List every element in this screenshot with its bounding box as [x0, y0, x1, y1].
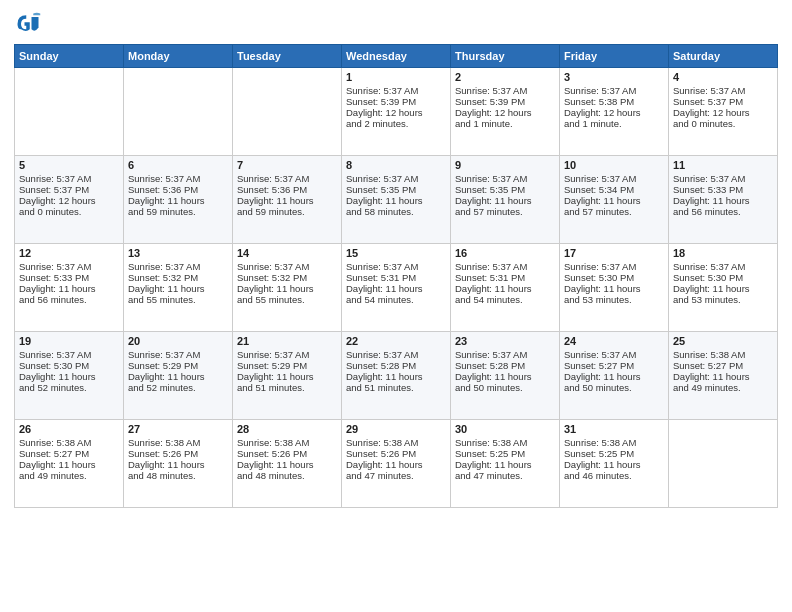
- day-info: Sunrise: 5:38 AM: [564, 437, 664, 448]
- day-info: and 52 minutes.: [128, 382, 228, 393]
- day-info: and 53 minutes.: [564, 294, 664, 305]
- day-number: 23: [455, 335, 555, 347]
- day-number: 21: [237, 335, 337, 347]
- day-number: 5: [19, 159, 119, 171]
- calendar-cell: [233, 68, 342, 156]
- day-number: 2: [455, 71, 555, 83]
- calendar-cell: 1Sunrise: 5:37 AMSunset: 5:39 PMDaylight…: [342, 68, 451, 156]
- day-info: Sunrise: 5:37 AM: [128, 173, 228, 184]
- day-info: Sunset: 5:36 PM: [237, 184, 337, 195]
- calendar-week-row: 26Sunrise: 5:38 AMSunset: 5:27 PMDayligh…: [15, 420, 778, 508]
- day-info: Sunset: 5:26 PM: [237, 448, 337, 459]
- day-info: Sunset: 5:25 PM: [564, 448, 664, 459]
- day-info: Sunrise: 5:37 AM: [128, 349, 228, 360]
- day-info: Sunrise: 5:37 AM: [237, 261, 337, 272]
- weekday-header-saturday: Saturday: [669, 45, 778, 68]
- weekday-header-tuesday: Tuesday: [233, 45, 342, 68]
- day-info: Daylight: 12 hours: [19, 195, 119, 206]
- day-info: Sunset: 5:36 PM: [128, 184, 228, 195]
- day-number: 17: [564, 247, 664, 259]
- day-info: Daylight: 11 hours: [19, 283, 119, 294]
- day-info: and 54 minutes.: [455, 294, 555, 305]
- day-info: and 2 minutes.: [346, 118, 446, 129]
- day-info: Sunset: 5:30 PM: [19, 360, 119, 371]
- header: [14, 10, 778, 38]
- calendar-week-row: 19Sunrise: 5:37 AMSunset: 5:30 PMDayligh…: [15, 332, 778, 420]
- day-info: Sunset: 5:39 PM: [346, 96, 446, 107]
- calendar-cell: 23Sunrise: 5:37 AMSunset: 5:28 PMDayligh…: [451, 332, 560, 420]
- day-info: Sunrise: 5:37 AM: [564, 349, 664, 360]
- calendar-cell: 4Sunrise: 5:37 AMSunset: 5:37 PMDaylight…: [669, 68, 778, 156]
- day-info: Daylight: 11 hours: [237, 459, 337, 470]
- day-number: 30: [455, 423, 555, 435]
- day-info: and 48 minutes.: [237, 470, 337, 481]
- day-info: Sunrise: 5:37 AM: [564, 173, 664, 184]
- day-info: Daylight: 11 hours: [237, 371, 337, 382]
- day-number: 12: [19, 247, 119, 259]
- day-info: Daylight: 11 hours: [237, 195, 337, 206]
- calendar-cell: 13Sunrise: 5:37 AMSunset: 5:32 PMDayligh…: [124, 244, 233, 332]
- day-info: Sunrise: 5:38 AM: [19, 437, 119, 448]
- calendar-week-row: 1Sunrise: 5:37 AMSunset: 5:39 PMDaylight…: [15, 68, 778, 156]
- day-info: Daylight: 11 hours: [673, 195, 773, 206]
- day-info: and 47 minutes.: [346, 470, 446, 481]
- day-info: and 47 minutes.: [455, 470, 555, 481]
- day-info: Sunset: 5:37 PM: [19, 184, 119, 195]
- day-number: 9: [455, 159, 555, 171]
- calendar-cell: [669, 420, 778, 508]
- day-info: and 50 minutes.: [455, 382, 555, 393]
- day-info: Sunrise: 5:37 AM: [673, 261, 773, 272]
- day-number: 28: [237, 423, 337, 435]
- day-info: Sunset: 5:31 PM: [455, 272, 555, 283]
- calendar-cell: 8Sunrise: 5:37 AMSunset: 5:35 PMDaylight…: [342, 156, 451, 244]
- day-info: Daylight: 11 hours: [455, 283, 555, 294]
- day-info: and 59 minutes.: [237, 206, 337, 217]
- day-number: 13: [128, 247, 228, 259]
- day-info: Daylight: 11 hours: [455, 195, 555, 206]
- day-number: 20: [128, 335, 228, 347]
- day-number: 27: [128, 423, 228, 435]
- day-info: Sunset: 5:30 PM: [564, 272, 664, 283]
- calendar-cell: 28Sunrise: 5:38 AMSunset: 5:26 PMDayligh…: [233, 420, 342, 508]
- day-info: and 1 minute.: [564, 118, 664, 129]
- day-info: Daylight: 11 hours: [346, 371, 446, 382]
- day-info: Sunset: 5:32 PM: [128, 272, 228, 283]
- day-info: Sunset: 5:31 PM: [346, 272, 446, 283]
- day-info: Sunrise: 5:37 AM: [237, 173, 337, 184]
- calendar-cell: 17Sunrise: 5:37 AMSunset: 5:30 PMDayligh…: [560, 244, 669, 332]
- day-info: Daylight: 11 hours: [19, 371, 119, 382]
- day-number: 14: [237, 247, 337, 259]
- day-info: Daylight: 11 hours: [455, 371, 555, 382]
- weekday-header-monday: Monday: [124, 45, 233, 68]
- calendar-cell: 16Sunrise: 5:37 AMSunset: 5:31 PMDayligh…: [451, 244, 560, 332]
- calendar-cell: 18Sunrise: 5:37 AMSunset: 5:30 PMDayligh…: [669, 244, 778, 332]
- day-info: Daylight: 12 hours: [346, 107, 446, 118]
- day-number: 29: [346, 423, 446, 435]
- day-info: Sunrise: 5:38 AM: [673, 349, 773, 360]
- calendar-cell: 2Sunrise: 5:37 AMSunset: 5:39 PMDaylight…: [451, 68, 560, 156]
- day-number: 19: [19, 335, 119, 347]
- day-info: Daylight: 12 hours: [673, 107, 773, 118]
- day-info: Sunset: 5:25 PM: [455, 448, 555, 459]
- day-info: Sunset: 5:33 PM: [673, 184, 773, 195]
- day-info: Daylight: 11 hours: [564, 195, 664, 206]
- day-info: and 57 minutes.: [455, 206, 555, 217]
- day-info: Sunset: 5:28 PM: [455, 360, 555, 371]
- day-info: Daylight: 11 hours: [564, 283, 664, 294]
- day-info: and 53 minutes.: [673, 294, 773, 305]
- day-info: Sunset: 5:27 PM: [673, 360, 773, 371]
- day-info: Daylight: 11 hours: [237, 283, 337, 294]
- day-number: 7: [237, 159, 337, 171]
- day-info: Sunset: 5:29 PM: [128, 360, 228, 371]
- day-number: 4: [673, 71, 773, 83]
- calendar-cell: 10Sunrise: 5:37 AMSunset: 5:34 PMDayligh…: [560, 156, 669, 244]
- day-info: Sunset: 5:35 PM: [455, 184, 555, 195]
- calendar-cell: 27Sunrise: 5:38 AMSunset: 5:26 PMDayligh…: [124, 420, 233, 508]
- calendar-cell: 19Sunrise: 5:37 AMSunset: 5:30 PMDayligh…: [15, 332, 124, 420]
- calendar-cell: 26Sunrise: 5:38 AMSunset: 5:27 PMDayligh…: [15, 420, 124, 508]
- calendar-container: SundayMondayTuesdayWednesdayThursdayFrid…: [0, 0, 792, 612]
- day-info: Sunrise: 5:37 AM: [455, 85, 555, 96]
- calendar-week-row: 12Sunrise: 5:37 AMSunset: 5:33 PMDayligh…: [15, 244, 778, 332]
- day-number: 10: [564, 159, 664, 171]
- day-info: and 0 minutes.: [673, 118, 773, 129]
